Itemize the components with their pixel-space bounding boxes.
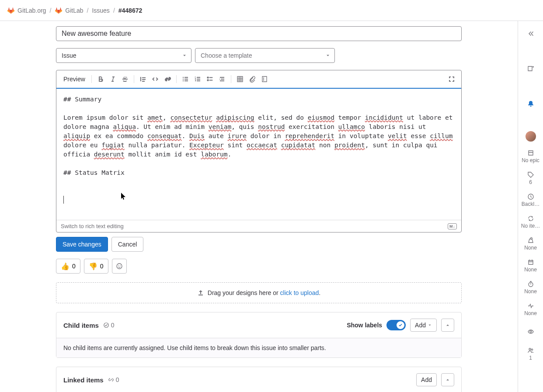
chevron-up-icon [445, 377, 450, 382]
linked-items-section: Linked items 0 Add Link issues together … [56, 367, 462, 392]
child-items-count: 0 [103, 322, 115, 329]
child-items-section: Child items 0 Show labels Add [56, 312, 462, 358]
labels-icon [527, 171, 534, 178]
avatar [526, 131, 536, 142]
chevron-up-icon [445, 323, 450, 328]
health-icon [527, 302, 534, 309]
task-list-button[interactable] [204, 73, 216, 85]
link-icon [108, 377, 114, 383]
gitlab-icon [7, 7, 15, 14]
eye-icon [527, 328, 534, 335]
child-items-empty-text: No child items are currently assigned. U… [56, 338, 461, 357]
add-child-item-button[interactable]: Add [410, 319, 437, 332]
time-tracking-sidebar[interactable]: None [518, 281, 543, 295]
breadcrumb-org[interactable]: GitLab.org [7, 7, 46, 14]
template-select[interactable]: Choose a template [195, 48, 335, 63]
thumbs-up-button[interactable]: 👍 0 [56, 259, 80, 274]
collapse-child-items-button[interactable] [441, 319, 454, 332]
table-button[interactable] [234, 73, 246, 85]
iteration-sidebar[interactable]: No ite… [518, 215, 543, 229]
bell-icon [527, 100, 534, 107]
markdown-badge[interactable]: M↓ [448, 223, 457, 229]
issue-type-select[interactable]: Issue [56, 48, 191, 63]
fullscreen-button[interactable] [446, 73, 458, 85]
right-sidebar: No epic 6 Backl… No ite… None None None [518, 21, 543, 392]
check-icon [398, 323, 403, 327]
iteration-icon [527, 215, 534, 222]
labels-sidebar[interactable]: 6 [518, 171, 543, 185]
quote-button[interactable] [137, 73, 149, 85]
breadcrumb-bar: GitLab.org / GitLab / Issues / #448672 [0, 0, 543, 21]
notifications-button[interactable] [523, 96, 538, 111]
collapse-section-button[interactable] [216, 73, 228, 85]
show-labels-toggle[interactable] [386, 320, 406, 330]
click-to-upload-link[interactable]: click to upload [280, 289, 319, 296]
svg-point-2 [120, 265, 121, 266]
participants-sidebar[interactable]: 1 [518, 347, 543, 361]
save-changes-button[interactable]: Save changes [56, 237, 108, 252]
child-items-title: Child items [63, 322, 99, 329]
editor-footer: Switch to rich text editing M↓ [56, 220, 461, 232]
svg-point-5 [530, 331, 532, 333]
upload-icon [197, 289, 204, 296]
svg-point-0 [117, 264, 122, 269]
breadcrumb-project[interactable]: GitLab [55, 7, 83, 14]
svg-point-1 [118, 265, 119, 266]
description-editor: Preview [56, 70, 462, 232]
link-button[interactable] [161, 73, 174, 85]
design-dropzone[interactable]: Drag your designs here or click to uploa… [56, 282, 462, 303]
issue-title-input[interactable] [56, 26, 462, 41]
issue-icon [103, 322, 109, 328]
svg-point-7 [531, 349, 533, 350]
epic-sidebar[interactable]: No epic [518, 149, 543, 163]
quick-action-button[interactable] [258, 73, 271, 85]
milestone-sidebar[interactable]: Backl… [518, 193, 543, 207]
gitlab-icon [55, 7, 63, 14]
mouse-pointer-icon [121, 193, 127, 201]
svg-point-6 [529, 348, 531, 350]
italic-button[interactable] [107, 73, 119, 85]
issue-type-select-button[interactable]: Issue [56, 48, 191, 63]
breadcrumb-issue-id[interactable]: #448672 [118, 7, 143, 14]
text-cursor [63, 196, 64, 204]
switch-rich-text-link[interactable]: Switch to rich text editing [61, 223, 124, 229]
expand-sidebar-button[interactable] [523, 26, 538, 41]
add-linked-item-button[interactable]: Add [416, 373, 437, 386]
bullet-list-button[interactable] [179, 73, 191, 85]
strikethrough-button[interactable] [119, 73, 131, 85]
linked-items-title: Linked items [63, 376, 104, 384]
thumbs-up-icon: 👍 [61, 262, 70, 271]
weight-icon [527, 237, 534, 244]
description-textarea[interactable]: ## Summary Lorem ipsum dolor sit amet, c… [56, 89, 461, 220]
numbered-list-button[interactable] [191, 73, 204, 85]
weight-sidebar[interactable]: None [518, 237, 543, 251]
thumbs-down-icon: 👎 [89, 262, 97, 271]
template-select-button[interactable]: Choose a template [195, 48, 335, 63]
preview-tab[interactable]: Preview [60, 74, 89, 84]
attach-button[interactable] [246, 73, 258, 85]
code-button[interactable] [149, 73, 161, 85]
collapse-linked-items-button[interactable] [441, 373, 454, 386]
users-icon [527, 347, 534, 354]
confidentiality-sidebar[interactable] [523, 324, 538, 339]
thumbs-down-button[interactable]: 👎 0 [84, 259, 108, 274]
due-date-sidebar[interactable]: None [518, 259, 543, 273]
editor-toolbar: Preview [56, 70, 461, 89]
show-labels-label: Show labels [347, 322, 382, 329]
calendar-icon [527, 259, 534, 266]
smile-icon [116, 263, 123, 270]
breadcrumb-issues[interactable]: Issues [92, 7, 109, 14]
add-reaction-button[interactable] [112, 259, 127, 274]
linked-items-count: 0 [108, 376, 119, 383]
timer-icon [527, 281, 534, 288]
todo-add-icon [527, 65, 534, 72]
add-todo-button[interactable] [523, 61, 538, 76]
cancel-button[interactable]: Cancel [111, 237, 144, 252]
breadcrumb-separator: / [49, 7, 51, 14]
epic-icon [527, 149, 534, 156]
bold-button[interactable] [94, 73, 107, 85]
health-sidebar[interactable]: None [518, 302, 543, 316]
svg-point-3 [104, 323, 109, 328]
breadcrumb-separator: / [87, 7, 89, 14]
assignee-sidebar[interactable] [518, 131, 543, 142]
